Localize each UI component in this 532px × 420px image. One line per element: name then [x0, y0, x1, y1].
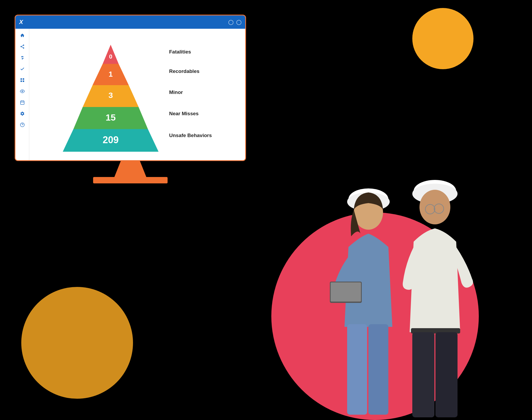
label-near-misses: Near Misses: [169, 103, 212, 125]
svg-point-1: [20, 46, 22, 47]
app-logo: X: [19, 19, 23, 26]
label-fatalities: Fatalities: [169, 43, 212, 61]
svg-rect-32: [368, 324, 388, 415]
svg-rect-38: [435, 332, 458, 417]
svg-rect-31: [347, 324, 367, 415]
label-recordables: Recordables: [169, 61, 212, 82]
svg-rect-8: [23, 81, 24, 82]
decoration-circle-orange-bottom: [21, 287, 133, 399]
sidebar-item-share[interactable]: [19, 43, 26, 50]
sidebar: [15, 29, 29, 160]
svg-text:209: 209: [103, 134, 119, 145]
screen-content: 209 15 3 1 0 Fata: [29, 29, 245, 160]
svg-rect-7: [20, 81, 22, 82]
svg-point-2: [23, 47, 24, 49]
sidebar-item-help[interactable]: [19, 121, 26, 128]
svg-text:0: 0: [109, 53, 112, 60]
svg-rect-6: [23, 78, 24, 80]
svg-point-35: [419, 190, 450, 224]
workers-svg: [307, 167, 493, 420]
svg-text:3: 3: [108, 91, 113, 100]
label-unsafe-behaviors: Unsafe Behaviors: [169, 125, 212, 147]
sidebar-item-calendar[interactable]: [19, 99, 26, 106]
title-bar: X ◯ ◯: [15, 15, 245, 29]
stand-neck: [114, 161, 146, 177]
sidebar-item-settings[interactable]: [19, 110, 26, 117]
sidebar-item-pin[interactable]: [19, 54, 26, 61]
svg-line-4: [22, 46, 23, 46]
svg-line-3: [22, 47, 23, 48]
sidebar-item-home[interactable]: [19, 32, 26, 39]
svg-point-0: [23, 45, 24, 46]
pyramid-chart: 209 15 3 1 0: [63, 37, 159, 152]
svg-rect-30: [331, 282, 361, 302]
svg-rect-5: [20, 78, 22, 80]
sidebar-item-grid[interactable]: [19, 77, 26, 84]
user-icon[interactable]: ◯: [236, 19, 242, 25]
pyramid-area: 209 15 3 1 0 Fata: [63, 37, 212, 152]
location-icon[interactable]: ◯: [228, 19, 234, 25]
title-bar-icons: ◯ ◯: [228, 19, 242, 25]
svg-rect-10: [20, 101, 24, 105]
svg-rect-37: [412, 332, 434, 417]
monitor-screen: X ◯ ◯: [15, 15, 246, 161]
monitor: X ◯ ◯: [15, 15, 246, 183]
monitor-stand: [15, 161, 246, 183]
label-minor: Minor: [169, 82, 212, 103]
pyramid-labels: Fatalities Recordables Minor Near Misses…: [169, 39, 212, 150]
decoration-circle-orange-top: [412, 8, 473, 69]
svg-text:15: 15: [106, 112, 116, 122]
svg-text:1: 1: [109, 70, 113, 78]
svg-point-9: [22, 91, 23, 92]
stand-base: [93, 177, 168, 183]
workers-illustration: [307, 167, 493, 420]
sidebar-item-eye[interactable]: [19, 88, 26, 95]
sidebar-item-check[interactable]: [19, 65, 26, 72]
